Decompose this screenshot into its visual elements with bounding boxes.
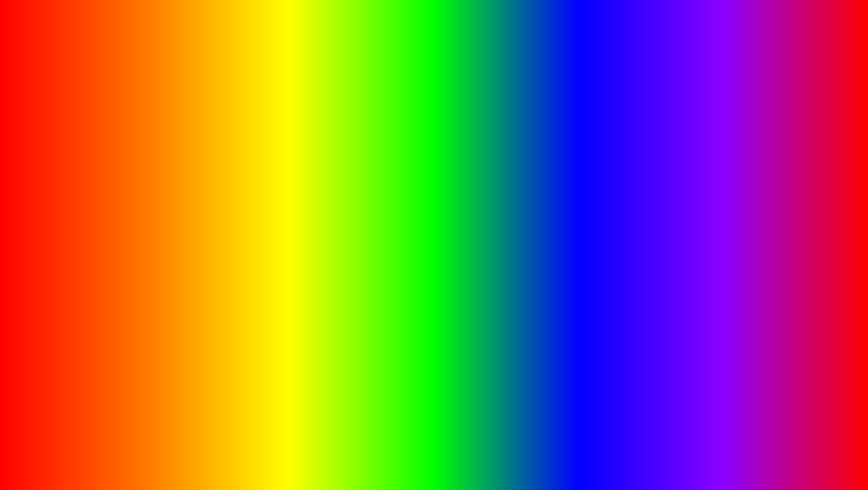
select-weapon-label: Select Weapon : Death Step	[24, 246, 92, 253]
row-auto-elite-hunter-hop: 👤 Auto Elite Hunter Hop	[590, 199, 849, 214]
auto-farm-level-label: Auto Farm Level	[37, 232, 251, 240]
row-cake-prince-section: Cake Prince	[590, 260, 849, 274]
fast-attack-label: Fast Attack [Extra]	[37, 187, 251, 194]
row-bone-section: Bone	[590, 214, 849, 228]
home-icon-left: 🏠	[25, 171, 33, 178]
nav-dungeon-label-left: Dungeon	[136, 172, 160, 178]
mobile-text: MOBILE	[25, 262, 121, 289]
work-text-line1: WORK	[171, 265, 304, 291]
stats-icon-right: 📊	[662, 171, 670, 178]
title-space	[395, 8, 416, 73]
row-auto-elite-hunter: 👤 Auto Elite Hunter	[590, 183, 849, 199]
bone-label: Bone	[595, 218, 844, 225]
teleport-icon-right: 📍	[699, 171, 707, 178]
auto-elite-hunter-hop-icon: 👤	[595, 202, 604, 211]
left-panel-area: SUPER FAST ATTACK 🏠 Main and aimbot 📊 St…	[18, 144, 279, 272]
bring-extra-toggle[interactable]	[255, 202, 273, 211]
pastebin-text: PASTEBIN	[546, 444, 692, 477]
nav-main-aimbot-right[interactable]: 🏠 Main and aimbot	[590, 168, 656, 183]
auto-elite-hunter-hop-toggle[interactable]	[826, 202, 844, 211]
main-container: BLOX FRUITS SUPER FAST ATTACK 🏠 Main and…	[0, 0, 868, 490]
dungeon-icon-left: ⚙	[128, 171, 134, 178]
auto-farm-level-icon: 👤	[24, 232, 33, 241]
auto-random-surprise-toggle[interactable]	[826, 247, 844, 256]
left-panel-rows: 👤 Fast Attack [Extra] 👤 Bring Extra Farm	[19, 183, 278, 271]
auto-elite-hunter-toggle[interactable]	[826, 186, 844, 195]
auto-farm-bone-toggle[interactable]	[826, 232, 844, 241]
auto-random-surprise-icon: 👤	[595, 247, 604, 256]
fast-attack-toggle[interactable]	[255, 186, 273, 195]
android-row: ANDROID ✓	[25, 290, 163, 318]
store-icon-right: 🛒	[787, 171, 795, 178]
nav-dungeon-right[interactable]: ⚙ Dungeon	[736, 168, 781, 183]
row-auto-farm-bone: 👤 Auto Farm Bone	[590, 228, 849, 244]
nav-teleport-right[interactable]: 📍 Teleport	[693, 168, 736, 183]
row-auto-random-surprise: 👤 Auto Random Surprise	[590, 244, 849, 260]
right-panel-rows: 👤 Auto Elite Hunter 👤 Auto Elite Hunter …	[590, 183, 849, 274]
logo-text-stack: BL☠X FRUITS	[776, 435, 837, 469]
right-panel-area: SMOOTH ANTI LAG 🏠 Main and aimbot 📊 Stat…	[589, 144, 850, 275]
nav-store-right[interactable]: 🛒 Store	[781, 168, 818, 183]
right-ui-panel: 🏠 Main and aimbot 📊 Stats 📍 Teleport ⚙ D…	[589, 167, 850, 275]
right-panel-nav: 🏠 Main and aimbot 📊 Stats 📍 Teleport ⚙ D…	[590, 168, 849, 183]
script-text: SCRIPT	[428, 444, 535, 477]
nav-main-label-left: Main and aimbot	[36, 172, 79, 178]
auto-text: AUTO	[176, 434, 290, 479]
nav-stats-left[interactable]: 📊 Stats	[85, 168, 121, 183]
nav-dungeon-label-right: Dungeon	[751, 172, 775, 178]
left-ui-panel: 🏠 Main and aimbot 📊 Stats ⚙ Dungeon 🔧 Mi…	[18, 167, 279, 272]
auto-elite-hunter-label: Auto Elite Hunter	[608, 187, 822, 194]
nav-dungeon-left[interactable]: ⚙ Dungeon	[121, 168, 166, 183]
dungeon-icon-right: ⚙	[743, 171, 748, 178]
logo-fruits-text: FRUITS	[776, 452, 837, 469]
blox-fruits-logo: ☠️ BL☠X FRUITS	[739, 430, 846, 474]
bring-extra-label: Bring Extra	[37, 203, 251, 210]
mobile-check: ✓	[123, 261, 144, 290]
auto-farm-text: AUTO FARM SCRIPT PASTEBIN	[0, 436, 868, 477]
row-select-weapon: Select Weapon : Death Step	[19, 244, 278, 255]
android-text: ANDROID	[25, 290, 140, 318]
mobile-android-area: MOBILE ✓ ANDROID ✓	[25, 261, 163, 318]
fast-attack-icon: 👤	[24, 186, 33, 195]
row-farm-section: Farm	[19, 214, 278, 228]
logo-box: ☠️ BL☠X FRUITS	[747, 435, 837, 469]
stats-icon-left: 📊	[91, 171, 99, 178]
row-fast-attack: 👤 Fast Attack [Extra]	[19, 183, 278, 199]
misc-icon-left: 🔧	[173, 171, 180, 178]
title-blox: BLOX	[194, 8, 374, 73]
nav-store-label-right: Store	[798, 172, 812, 178]
fruit-circle	[328, 351, 378, 396]
home-icon-right: 🏠	[596, 171, 604, 178]
auto-elite-hunter-icon: 👤	[595, 186, 604, 195]
android-check: ✓	[143, 290, 163, 318]
nav-main-label-right: Main and aimbot	[607, 172, 650, 178]
auto-farm-bone-label: Auto Farm Bone	[608, 232, 822, 240]
auto-farm-level-toggle[interactable]	[255, 232, 273, 241]
nav-stats-label-right: Stats	[673, 172, 686, 178]
bottom-text-area: AUTO FARM SCRIPT PASTEBIN	[0, 436, 868, 477]
bring-extra-icon: 👤	[24, 202, 33, 211]
nav-misc-label-left: Misc	[183, 172, 195, 178]
nav-stats-right[interactable]: 📊 Stats	[656, 168, 693, 183]
title-fruits: FRUITS	[436, 8, 674, 73]
farm-label: Farm	[24, 218, 273, 225]
auto-elite-hunter-hop-label: Auto Elite Hunter Hop	[608, 203, 822, 210]
work-text-line2: ON MOBILE	[171, 291, 304, 316]
logo-border-box: ☠️ BL☠X FRUITS	[739, 430, 846, 474]
cake-prince-label: Cake Prince	[595, 263, 844, 270]
left-panel-nav: 🏠 Main and aimbot 📊 Stats ⚙ Dungeon 🔧 Mi…	[19, 168, 278, 183]
super-fast-label: SUPER FAST ATTACK	[18, 144, 279, 163]
content-layer: BLOX FRUITS SUPER FAST ATTACK 🏠 Main and…	[0, 0, 868, 490]
smooth-lag-label: SMOOTH ANTI LAG	[589, 144, 850, 163]
nav-misc-left[interactable]: 🔧 Misc	[166, 168, 201, 183]
logo-blox-text: BL☠X	[776, 435, 837, 452]
main-title: BLOX FRUITS	[0, 11, 868, 70]
nav-main-aimbot-left[interactable]: 🏠 Main and aimbot	[19, 168, 85, 183]
farm-text: FARM	[302, 434, 416, 479]
auto-farm-bone-icon: 👤	[595, 232, 604, 241]
row-auto-farm-level: 👤 Auto Farm Level	[19, 228, 278, 244]
work-mobile-area: WORK ON MOBILE	[171, 265, 304, 316]
mobile-row: MOBILE ✓	[25, 261, 163, 290]
nav-stats-label-left: Stats	[102, 172, 115, 178]
skull-icon: ☠️	[747, 441, 772, 464]
